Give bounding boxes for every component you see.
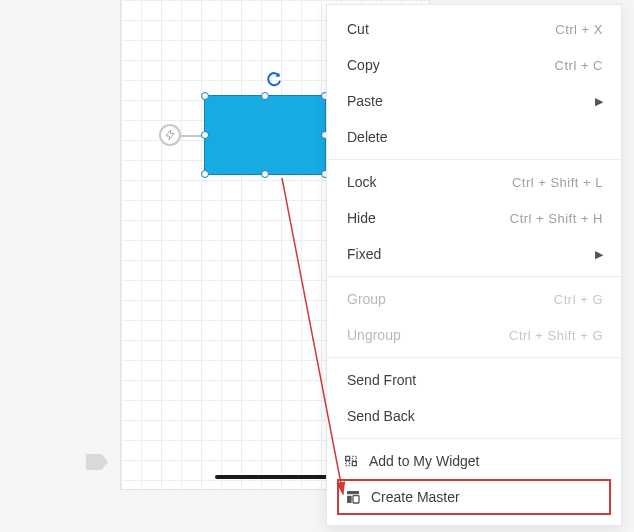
rotate-handle[interactable] bbox=[266, 72, 282, 88]
menu-hide-label: Hide bbox=[347, 210, 376, 226]
menu-copy[interactable]: Copy Ctrl + C bbox=[327, 47, 621, 83]
menu-cut-label: Cut bbox=[347, 21, 369, 37]
menu-copy-shortcut: Ctrl + C bbox=[555, 58, 603, 73]
menu-send-front-label: Send Front bbox=[347, 372, 416, 388]
chevron-right-icon: ▶ bbox=[595, 95, 603, 108]
menu-fixed[interactable]: Fixed ▶ bbox=[327, 236, 621, 272]
menu-ungroup: Ungroup Ctrl + Shift + G bbox=[327, 317, 621, 353]
menu-ungroup-shortcut: Ctrl + Shift + G bbox=[509, 328, 603, 343]
menu-cut-shortcut: Ctrl + X bbox=[555, 22, 603, 37]
menu-separator bbox=[327, 159, 621, 160]
resize-handle-n[interactable] bbox=[261, 92, 269, 100]
resize-handle-s[interactable] bbox=[261, 170, 269, 178]
menu-send-back[interactable]: Send Back bbox=[327, 398, 621, 434]
menu-create-master[interactable]: Create Master bbox=[339, 481, 609, 513]
chevron-right-icon: ▶ bbox=[595, 248, 603, 261]
menu-lock[interactable]: Lock Ctrl + Shift + L bbox=[327, 164, 621, 200]
menu-create-master-label: Create Master bbox=[371, 489, 460, 505]
menu-group-label: Group bbox=[347, 291, 386, 307]
svg-rect-3 bbox=[353, 496, 359, 503]
create-master-icon bbox=[345, 489, 361, 505]
menu-lock-label: Lock bbox=[347, 174, 377, 190]
menu-paste-label: Paste bbox=[347, 93, 383, 109]
menu-group: Group Ctrl + G bbox=[327, 281, 621, 317]
svg-rect-1 bbox=[347, 491, 359, 494]
menu-hide[interactable]: Hide Ctrl + Shift + H bbox=[327, 200, 621, 236]
menu-delete-label: Delete bbox=[347, 129, 387, 145]
menu-cut[interactable]: Cut Ctrl + X bbox=[327, 11, 621, 47]
svg-marker-0 bbox=[166, 130, 174, 140]
resize-handle-sw[interactable] bbox=[201, 170, 209, 178]
resize-handle-w[interactable] bbox=[201, 131, 209, 139]
menu-delete[interactable]: Delete bbox=[327, 119, 621, 155]
annotation-highlight: Create Master bbox=[337, 479, 611, 515]
context-menu: Cut Ctrl + X Copy Ctrl + C Paste ▶ Delet… bbox=[326, 4, 622, 526]
interaction-bolt-icon[interactable] bbox=[159, 124, 181, 146]
menu-fixed-label: Fixed bbox=[347, 246, 381, 262]
menu-send-back-label: Send Back bbox=[347, 408, 415, 424]
device-home-indicator bbox=[215, 475, 335, 479]
menu-group-shortcut: Ctrl + G bbox=[554, 292, 603, 307]
selected-rectangle[interactable] bbox=[204, 95, 326, 175]
menu-separator bbox=[327, 357, 621, 358]
svg-rect-2 bbox=[347, 496, 352, 503]
menu-paste[interactable]: Paste ▶ bbox=[327, 83, 621, 119]
menu-copy-label: Copy bbox=[347, 57, 380, 73]
add-widget-icon bbox=[343, 453, 359, 469]
menu-ungroup-label: Ungroup bbox=[347, 327, 401, 343]
tag-icon bbox=[86, 454, 108, 470]
menu-separator bbox=[327, 276, 621, 277]
menu-add-widget[interactable]: Add to My Widget bbox=[327, 443, 621, 479]
menu-lock-shortcut: Ctrl + Shift + L bbox=[512, 175, 603, 190]
menu-add-widget-label: Add to My Widget bbox=[369, 453, 480, 469]
menu-hide-shortcut: Ctrl + Shift + H bbox=[510, 211, 603, 226]
resize-handle-nw[interactable] bbox=[201, 92, 209, 100]
menu-separator bbox=[327, 438, 621, 439]
menu-send-front[interactable]: Send Front bbox=[327, 362, 621, 398]
